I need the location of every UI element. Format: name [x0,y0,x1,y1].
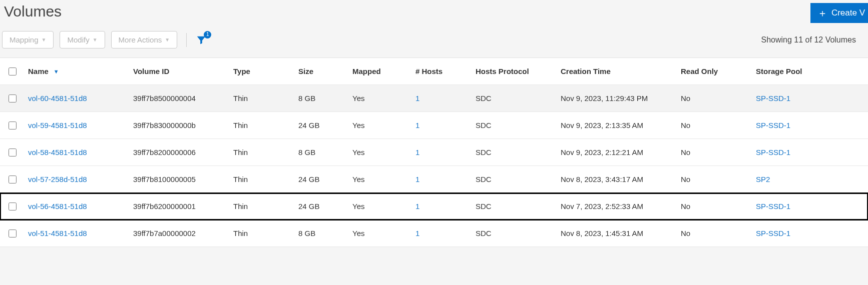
caret-down-icon: ▼ [165,37,170,42]
more-actions-label: More Actions [119,36,162,44]
read-only: No [677,87,752,110]
creation-time: Nov 9, 2023, 11:29:43 PM [557,87,677,110]
plus-icon: ＋ [817,8,827,18]
volume-type: Thin [229,168,294,190]
volume-name-link[interactable]: vol-56-4581-51d8 [28,202,87,210]
table-row[interactable]: vol-51-4581-51d8 39ff7b7a00000002 Thin 8… [0,220,868,247]
read-only: No [677,141,752,164]
table-row[interactable]: vol-56-4581-51d8 39ff7b6200000001 Thin 2… [0,193,868,220]
create-volume-button[interactable]: ＋ Create V [810,3,868,23]
filter-count-badge: 1 [204,31,211,38]
mapping-label: Mapping [10,36,39,44]
col-hosts[interactable]: # Hosts [411,60,472,82]
volume-size: 8 GB [294,222,348,244]
storage-pool-link[interactable]: SP2 [756,175,770,184]
table-row[interactable]: vol-57-258d-51d8 39ff7b8100000005 Thin 2… [0,166,868,193]
col-storage-pool[interactable]: Storage Pool [752,60,807,82]
storage-pool-link[interactable]: SP-SSD-1 [756,94,790,102]
sort-caret-icon: ▼ [54,68,59,74]
hosts-count-link[interactable]: 1 [415,175,419,184]
col-size[interactable]: Size [294,60,348,82]
row-checkbox[interactable] [9,230,17,238]
modify-button[interactable]: Modify ▼ [60,31,105,48]
hosts-count-link[interactable]: 1 [415,202,419,210]
volume-size: 24 GB [294,114,348,136]
volume-size: 8 GB [294,141,348,164]
volume-mapped: Yes [348,222,411,244]
volume-id: 39ff7b7a00000002 [129,222,229,244]
volume-name-link[interactable]: vol-51-4581-51d8 [28,229,87,238]
filter-button[interactable]: 1 [196,34,207,46]
table-row[interactable]: vol-59-4581-51d8 39ff7b830000000b Thin 2… [0,112,868,139]
read-only: No [677,114,752,136]
caret-down-icon: ▼ [93,37,98,42]
col-name[interactable]: Name ▼ [24,60,129,82]
showing-status: Showing 11 of 12 Volumes [761,36,863,44]
row-checkbox[interactable] [9,202,17,210]
more-actions-button[interactable]: More Actions ▼ [111,31,178,48]
hosts-count-link[interactable]: 1 [415,94,419,102]
volume-id: 39ff7b8200000006 [129,141,229,164]
storage-pool-link[interactable]: SP-SSD-1 [756,148,790,156]
col-mapped[interactable]: Mapped [348,60,411,82]
volume-id: 39ff7b8100000005 [129,168,229,190]
creation-time: Nov 8, 2023, 3:43:17 AM [557,168,677,190]
storage-pool-link[interactable]: SP-SSD-1 [756,121,790,130]
hosts-count-link[interactable]: 1 [415,121,419,130]
volume-mapped: Yes [348,195,411,218]
storage-pool-link[interactable]: SP-SSD-1 [756,229,790,238]
toolbar: Mapping ▼ Modify ▼ More Actions ▼ 1 Show… [0,26,868,58]
row-checkbox[interactable] [9,122,17,130]
hosts-protocol: SDC [472,222,557,244]
storage-pool-link[interactable]: SP-SSD-1 [756,202,790,210]
volume-type: Thin [229,87,294,110]
read-only: No [677,195,752,218]
caret-down-icon: ▼ [42,37,47,42]
table-row[interactable]: vol-58-4581-51d8 39ff7b8200000006 Thin 8… [0,139,868,166]
hosts-count-link[interactable]: 1 [415,148,419,156]
hosts-protocol: SDC [472,141,557,164]
volume-id: 39ff7b8500000004 [129,87,229,110]
volume-size: 8 GB [294,87,348,110]
volume-name-link[interactable]: vol-58-4581-51d8 [28,148,87,156]
volume-type: Thin [229,222,294,244]
creation-time: Nov 8, 2023, 1:45:31 AM [557,222,677,244]
col-volume-id[interactable]: Volume ID [129,60,229,82]
col-name-label: Name [28,67,49,76]
volume-mapped: Yes [348,141,411,164]
col-creation-time[interactable]: Creation Time [557,60,677,82]
table-body: vol-60-4581-51d8 39ff7b8500000004 Thin 8… [0,85,868,247]
table-row[interactable]: vol-60-4581-51d8 39ff7b8500000004 Thin 8… [0,85,868,112]
volume-name-link[interactable]: vol-60-4581-51d8 [28,94,87,102]
modify-label: Modify [67,36,89,44]
select-all-checkbox[interactable] [9,68,17,76]
volume-size: 24 GB [294,168,348,190]
volume-mapped: Yes [348,87,411,110]
read-only: No [677,222,752,244]
volume-size: 24 GB [294,195,348,218]
toolbar-divider [186,33,187,47]
page-title: Volumes [4,3,62,20]
col-hosts-protocol[interactable]: Hosts Protocol [472,60,557,82]
volume-name-link[interactable]: vol-57-258d-51d8 [28,175,87,184]
volume-type: Thin [229,141,294,164]
volumes-table: Name ▼ Volume ID Type Size Mapped # Host… [0,58,868,247]
volume-mapped: Yes [348,114,411,136]
row-checkbox[interactable] [9,148,17,156]
hosts-protocol: SDC [472,114,557,136]
mapping-button[interactable]: Mapping ▼ [2,31,54,48]
row-checkbox[interactable] [9,176,17,184]
row-checkbox[interactable] [9,94,17,102]
volume-id: 39ff7b830000000b [129,114,229,136]
hosts-protocol: SDC [472,168,557,190]
volume-mapped: Yes [348,168,411,190]
volume-name-link[interactable]: vol-59-4581-51d8 [28,121,87,130]
hosts-count-link[interactable]: 1 [415,229,419,238]
col-type[interactable]: Type [229,60,294,82]
col-read-only[interactable]: Read Only [677,60,752,82]
volume-type: Thin [229,114,294,136]
read-only: No [677,168,752,190]
creation-time: Nov 7, 2023, 2:52:33 AM [557,195,677,218]
volume-id: 39ff7b6200000001 [129,195,229,218]
creation-time: Nov 9, 2023, 2:13:35 AM [557,114,677,136]
